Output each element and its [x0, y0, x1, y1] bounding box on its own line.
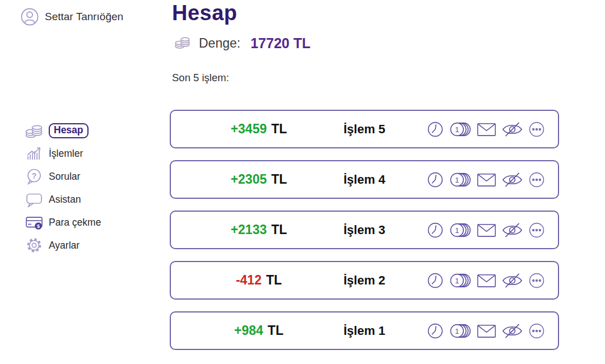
transaction-actions: 1 — [426, 212, 546, 248]
sidebar-item-label: Sorular — [49, 171, 80, 183]
sidebar-item-hesap[interactable]: Hesap — [25, 122, 101, 139]
eye-off-icon[interactable] — [501, 272, 523, 290]
sidebar-item-sorular[interactable]: ? Sorular — [25, 168, 101, 185]
transaction-label: İşlem 1 — [343, 312, 385, 349]
transactions-header: Son 5 işlem: — [172, 72, 229, 84]
mail-icon[interactable] — [476, 322, 497, 340]
balance-value: 17720 TL — [250, 35, 310, 52]
clock-icon[interactable] — [426, 171, 444, 189]
transaction-amount: +3459 — [231, 122, 267, 137]
chat-bubble-icon — [25, 192, 44, 207]
transaction-amount-block: +2133 TL — [209, 212, 309, 248]
clock-icon[interactable] — [426, 120, 444, 138]
transaction-actions: 1 — [426, 262, 546, 298]
user-profile: Settar Tanrıöğen — [20, 7, 123, 26]
transaction-label: İşlem 3 — [343, 212, 385, 248]
clock-icon[interactable] — [426, 272, 444, 290]
sidebar-item-label: Para çekme — [49, 217, 101, 228]
transaction-actions: 1 — [426, 111, 546, 147]
transaction-row: +2133 TL İşlem 3 1 — [170, 211, 559, 249]
transaction-actions: 1 — [426, 312, 546, 349]
transaction-row: +2305 TL İşlem 4 1 — [170, 160, 559, 199]
coins-icon[interactable]: 1 — [449, 120, 472, 138]
transaction-actions: 1 — [426, 161, 546, 198]
clock-icon[interactable] — [426, 221, 444, 239]
sidebar-item-para-cekme[interactable]: $ Para çekme — [25, 214, 101, 231]
transaction-amount: +984 — [234, 323, 263, 338]
sidebar-item-asistan[interactable]: Asistan — [25, 191, 101, 208]
transaction-label: İşlem 4 — [343, 161, 385, 198]
eye-off-icon[interactable] — [501, 322, 523, 340]
more-icon[interactable] — [528, 221, 546, 239]
transaction-row: +984 TL İşlem 1 1 — [170, 311, 559, 350]
transaction-currency: TL — [266, 273, 282, 288]
svg-text:$: $ — [37, 223, 40, 229]
eye-off-icon[interactable] — [501, 171, 523, 189]
more-icon[interactable] — [528, 120, 546, 138]
mail-icon[interactable] — [476, 120, 497, 138]
coins-icon[interactable]: 1 — [449, 272, 472, 290]
transaction-amount-block: +2305 TL — [209, 161, 309, 198]
coins-icon — [25, 122, 44, 139]
svg-text:?: ? — [32, 171, 37, 180]
clock-icon[interactable] — [426, 322, 444, 340]
transaction-currency: TL — [271, 222, 287, 237]
transaction-amount-block: -412 TL — [209, 262, 309, 298]
transaction-amount: +2305 — [231, 172, 267, 187]
eye-off-icon[interactable] — [501, 120, 523, 138]
sidebar-item-label: Hesap — [49, 123, 89, 138]
transactions-list: +3459 TL İşlem 5 1 — [170, 110, 559, 362]
transaction-amount: +2133 — [231, 222, 267, 237]
transaction-label: İşlem 5 — [343, 111, 385, 147]
svg-text:1: 1 — [455, 125, 459, 133]
mail-icon[interactable] — [476, 221, 497, 239]
coins-icon[interactable]: 1 — [449, 322, 472, 340]
transaction-currency: TL — [271, 172, 287, 187]
transaction-currency: TL — [271, 122, 287, 137]
sidebar-item-label: Ayarlar — [49, 240, 80, 251]
svg-text:1: 1 — [455, 326, 459, 335]
transaction-currency: TL — [268, 323, 283, 338]
transaction-amount: -412 — [236, 273, 262, 288]
svg-text:1: 1 — [455, 175, 459, 184]
sidebar: Hesap İşlemler ? Sorular As — [25, 122, 101, 254]
transaction-row: -412 TL İşlem 2 1 — [170, 261, 559, 300]
gear-icon — [25, 237, 44, 254]
sidebar-item-islemler[interactable]: İşlemler — [25, 145, 101, 162]
mail-icon[interactable] — [476, 272, 497, 290]
transaction-amount-block: +984 TL — [209, 312, 309, 349]
svg-text:1: 1 — [455, 276, 459, 284]
sidebar-item-label: İşlemler — [49, 148, 83, 160]
coins-icon[interactable]: 1 — [449, 221, 472, 239]
transaction-amount-block: +3459 TL — [209, 111, 309, 147]
transaction-row: +3459 TL İşlem 5 1 — [170, 110, 559, 148]
svg-text:1: 1 — [455, 226, 459, 234]
transaction-label: İşlem 2 — [343, 262, 385, 298]
coins-icon — [174, 34, 191, 53]
user-avatar-icon — [20, 7, 39, 26]
more-icon[interactable] — [528, 272, 546, 290]
chart-icon — [25, 145, 44, 162]
card-icon: $ — [25, 214, 44, 231]
balance-label: Denge: — [199, 36, 240, 51]
mail-icon[interactable] — [476, 171, 497, 189]
sidebar-item-ayarlar[interactable]: Ayarlar — [25, 237, 101, 254]
page-title: Hesap — [172, 1, 238, 25]
eye-off-icon[interactable] — [501, 221, 523, 239]
more-icon[interactable] — [528, 322, 546, 340]
user-name: Settar Tanrıöğen — [45, 11, 123, 23]
balance-row: Denge: 17720 TL — [174, 34, 310, 53]
more-icon[interactable] — [528, 171, 546, 189]
sidebar-item-label: Asistan — [49, 194, 81, 206]
question-bubble-icon: ? — [25, 168, 44, 185]
coins-icon[interactable]: 1 — [449, 171, 472, 189]
